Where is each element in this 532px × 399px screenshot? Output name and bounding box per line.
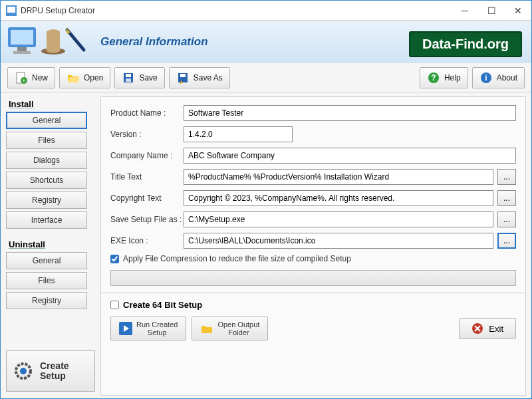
info-icon: i [479, 71, 493, 84]
divider [101, 293, 525, 293]
content: Install General Files Dialogs Shortcuts … [1, 92, 531, 399]
open-button[interactable]: Open [59, 67, 110, 88]
sidebar-item-u-registry[interactable]: Registry [6, 292, 87, 309]
sidebar-item-interface[interactable]: Interface [6, 211, 87, 229]
about-button[interactable]: i About [472, 67, 525, 88]
create-setup-button[interactable]: Create Setup [6, 350, 95, 392]
save-setup-browse-button[interactable]: ... [497, 211, 516, 227]
svg-text:i: i [485, 73, 487, 82]
page-title: General Information [100, 35, 208, 49]
banner-illustration [1, 21, 94, 63]
title-text-input[interactable] [184, 169, 493, 185]
svg-rect-5 [13, 51, 31, 54]
toolbar: + New Open Save Save As ? Help i About [1, 63, 531, 92]
uninstall-group-title: Uninstall [9, 239, 100, 249]
sidebar-item-dialogs[interactable]: Dialogs [6, 152, 87, 169]
svg-text:+: + [22, 77, 25, 84]
svg-rect-3 [11, 30, 33, 45]
create64-checkbox[interactable] [110, 301, 119, 309]
title-browse-button[interactable]: ... [497, 169, 516, 185]
main-panel: Product Name : Version : Company Name : … [100, 96, 526, 396]
titlebar: DRPU Setup Creator ─ ☐ ✕ [1, 1, 531, 21]
app-icon [6, 5, 17, 16]
new-button[interactable]: + New [7, 67, 55, 88]
play-icon [119, 322, 132, 335]
maximize-button[interactable]: ☐ [478, 1, 505, 21]
exe-icon-browse-button[interactable]: ... [497, 233, 516, 249]
copyright-input[interactable] [184, 190, 493, 206]
svg-rect-14 [126, 78, 131, 82]
svg-rect-16 [180, 74, 186, 77]
new-label: New [32, 73, 48, 82]
title-text-label: Title Text [110, 172, 184, 182]
svg-rect-1 [7, 7, 15, 13]
save-button[interactable]: Save [114, 67, 164, 88]
open-output-folder-button[interactable]: Open Output Folder [192, 317, 268, 340]
version-label: Version : [110, 130, 184, 139]
brand-badge: Data-Find.org [409, 31, 522, 57]
sidebar: Install General Files Dialogs Shortcuts … [1, 92, 100, 399]
help-label: Help [444, 73, 461, 82]
product-name-label: Product Name : [110, 108, 184, 118]
sidebar-item-u-general[interactable]: General [6, 252, 87, 269]
help-icon: ? [427, 71, 440, 84]
copyright-browse-button[interactable]: ... [497, 190, 516, 206]
run-label: Run Created Setup [136, 321, 178, 336]
exe-icon-input[interactable] [184, 233, 493, 249]
company-input[interactable] [184, 148, 516, 164]
save-label: Save [139, 73, 157, 82]
install-group-title: Install [9, 99, 100, 109]
copyright-label: Copyright Text [110, 194, 184, 203]
open-output-label: Open Output Folder [217, 321, 259, 336]
exit-button[interactable]: Exit [459, 318, 516, 339]
new-file-icon: + [15, 71, 28, 84]
save-setup-input[interactable] [184, 211, 493, 227]
product-name-input[interactable] [184, 105, 516, 121]
minimize-button[interactable]: ─ [452, 1, 478, 21]
svg-point-23 [20, 368, 27, 374]
exe-icon-label: EXE Icon : [110, 236, 184, 245]
exit-label: Exit [489, 324, 503, 334]
gear-icon [13, 361, 33, 381]
close-button[interactable]: ✕ [505, 1, 531, 21]
open-label: Open [84, 73, 103, 82]
folder-open-icon [66, 71, 80, 84]
save-icon [122, 71, 135, 84]
create-setup-label: Create Setup [40, 361, 69, 382]
sidebar-item-u-files[interactable]: Files [6, 272, 87, 289]
sidebar-item-general[interactable]: General [6, 112, 87, 129]
save-setup-label: Save Setup File as : [110, 215, 184, 224]
version-input[interactable] [184, 126, 293, 142]
help-button[interactable]: ? Help [420, 67, 468, 88]
banner: General Information Data-Find.org [1, 21, 531, 63]
saveas-label: Save As [194, 73, 223, 82]
sidebar-item-shortcuts[interactable]: Shortcuts [6, 172, 87, 189]
company-label: Company Name : [110, 151, 184, 160]
window-title: DRPU Setup Creator [21, 6, 452, 15]
saveas-icon [176, 71, 190, 84]
svg-text:?: ? [431, 73, 436, 82]
sidebar-item-registry[interactable]: Registry [6, 192, 87, 209]
svg-rect-13 [126, 74, 131, 77]
run-created-setup-button[interactable]: Run Created Setup [110, 317, 186, 340]
folder-icon [200, 322, 213, 335]
close-icon [471, 323, 483, 334]
compress-checkbox[interactable] [110, 255, 119, 263]
saveas-button[interactable]: Save As [169, 67, 230, 88]
create64-label: Create 64 Bit Setup [123, 300, 202, 310]
svg-rect-4 [17, 47, 27, 51]
progress-bar [110, 270, 516, 286]
compress-label: Apply File Compression to reduce the fil… [123, 254, 351, 263]
about-label: About [497, 73, 517, 82]
sidebar-item-files[interactable]: Files [6, 132, 87, 149]
